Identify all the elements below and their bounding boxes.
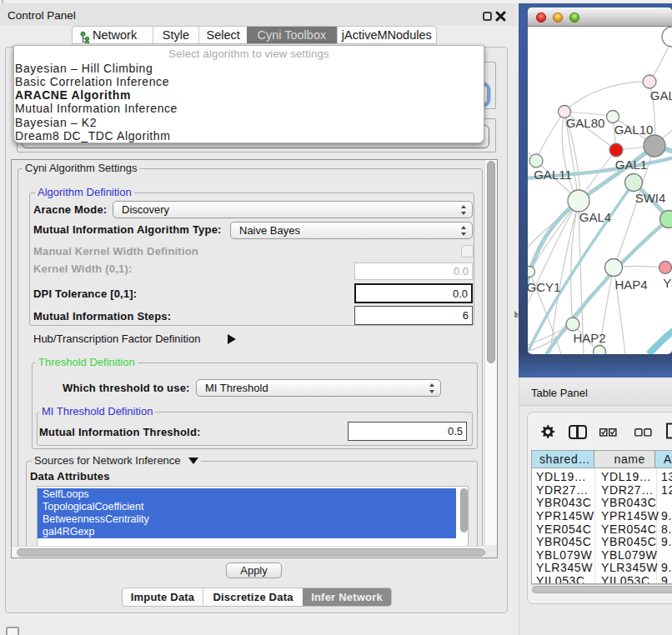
svg-text:YJ: YJ: [663, 276, 672, 290]
svg-text:HAP4: HAP4: [614, 278, 647, 292]
svg-text:GAL80: GAL80: [566, 116, 605, 130]
svg-text:SWI4: SWI4: [635, 191, 666, 205]
svg-text:GCY1: GCY1: [528, 280, 560, 294]
svg-text:GAL10: GAL10: [614, 122, 654, 137]
svg-text:GAL4: GAL4: [579, 210, 611, 224]
svg-text:HAP2: HAP2: [573, 331, 605, 345]
svg-text:GAL5: GAL5: [650, 88, 672, 102]
svg-text:GAL11: GAL11: [534, 168, 572, 182]
svg-text:GAL1: GAL1: [615, 158, 647, 172]
